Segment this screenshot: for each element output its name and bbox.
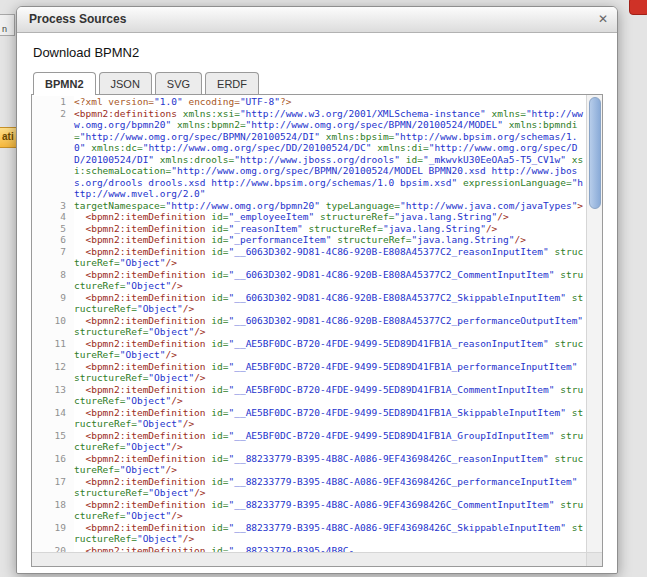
browser-corner-badge-icon[interactable] — [629, 0, 647, 15]
code-line: 5 <bpmn2:itemDefinition id="_reasonItem"… — [32, 223, 587, 235]
screen: n ati Process Sources ✕ Download BPMN2 B… — [0, 0, 647, 577]
code-line: 6 <bpmn2:itemDefinition id="_performance… — [32, 234, 587, 246]
line-number: 16 — [32, 453, 74, 476]
code-line: 13 <bpmn2:itemDefinition id="__AE5BF0DC-… — [32, 384, 587, 407]
code-line: 12 <bpmn2:itemDefinition id="__AE5BF0DC-… — [32, 361, 587, 384]
code-line: 2<bpmn2:definitions xmlns:xsi="http://ww… — [32, 108, 587, 200]
line-number: 5 — [32, 223, 74, 235]
code-line: 9 <bpmn2:itemDefinition id="__6063D302-9… — [32, 292, 587, 315]
line-number: 8 — [32, 269, 74, 292]
scrollbar-corner — [586, 552, 602, 566]
code-line: 19 <bpmn2:itemDefinition id="__88233779-… — [32, 522, 587, 545]
code-line: 1<?xml version="1.0" encoding="UTF-8"?> — [32, 96, 587, 108]
line-number: 7 — [32, 246, 74, 269]
line-number: 10 — [32, 315, 74, 338]
tab-json[interactable]: JSON — [99, 72, 152, 94]
download-heading: Download BPMN2 — [33, 45, 603, 60]
line-number: 6 — [32, 234, 74, 246]
code-line: 15 <bpmn2:itemDefinition id="__AE5BF0DC-… — [32, 430, 587, 453]
dialog-body: Download BPMN2 BPMN2 JSON SVG ERDF 1<?xm… — [17, 33, 617, 573]
source-editor-panel: 1<?xml version="1.0" encoding="UTF-8"?>2… — [31, 94, 603, 567]
line-number: 13 — [32, 384, 74, 407]
code-line: 4 <bpmn2:itemDefinition id="_employeeIte… — [32, 211, 587, 223]
horizontal-scrollbar[interactable] — [32, 552, 587, 566]
background-tab-fragment: n — [0, 14, 15, 36]
line-number: 12 — [32, 361, 74, 384]
tab-erdf[interactable]: ERDF — [205, 72, 259, 94]
dialog-titlebar[interactable]: Process Sources ✕ — [17, 7, 617, 33]
code-line: 3targetNamespace="http://www.omg.org/bpm… — [32, 200, 587, 212]
source-tabs: BPMN2 JSON SVG ERDF — [31, 72, 603, 94]
line-number: 3 — [32, 200, 74, 212]
code-line: 8 <bpmn2:itemDefinition id="__6063D302-9… — [32, 269, 587, 292]
code-line: 11 <bpmn2:itemDefinition id="__AE5BF0DC-… — [32, 338, 587, 361]
vertical-scrollbar[interactable] — [586, 95, 602, 553]
process-sources-dialog: Process Sources ✕ Download BPMN2 BPMN2 J… — [16, 6, 618, 574]
line-number: 2 — [32, 108, 74, 200]
line-number: 9 — [32, 292, 74, 315]
code-line: 10 <bpmn2:itemDefinition id="__6063D302-… — [32, 315, 587, 338]
line-number: 4 — [32, 211, 74, 223]
code-line: 16 <bpmn2:itemDefinition id="__88233779-… — [32, 453, 587, 476]
line-number: 11 — [32, 338, 74, 361]
line-number: 15 — [32, 430, 74, 453]
code-line: 18 <bpmn2:itemDefinition id="__88233779-… — [32, 499, 587, 522]
close-icon[interactable]: ✕ — [598, 7, 608, 32]
tab-bpmn2[interactable]: BPMN2 — [33, 72, 96, 94]
line-number: 18 — [32, 499, 74, 522]
code-line: 14 <bpmn2:itemDefinition id="__AE5BF0DC-… — [32, 407, 587, 430]
line-number: 19 — [32, 522, 74, 545]
code-line: 7 <bpmn2:itemDefinition id="__6063D302-9… — [32, 246, 587, 269]
line-number: 17 — [32, 476, 74, 499]
code-line: 17 <bpmn2:itemDefinition id="__88233779-… — [32, 476, 587, 499]
line-number: 1 — [32, 96, 74, 108]
line-number: 14 — [32, 407, 74, 430]
vertical-scrollbar-thumb[interactable] — [589, 97, 601, 209]
dialog-title: Process Sources — [17, 7, 617, 32]
tab-svg[interactable]: SVG — [155, 72, 202, 94]
code-lines[interactable]: 1<?xml version="1.0" encoding="UTF-8"?>2… — [32, 95, 587, 553]
